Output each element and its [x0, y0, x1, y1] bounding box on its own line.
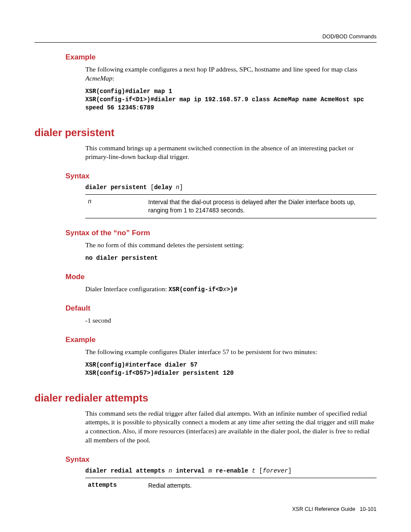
- mode-text: Dialer Interface configuration: XSR(conf…: [85, 285, 377, 294]
- example1-code: XSR(config)#dialer map 1 XSR(config-if<D…: [85, 87, 377, 112]
- cmd-heading-dialer-redial: dialer redialer attempts: [34, 392, 377, 404]
- bracket: ]: [288, 467, 292, 474]
- syntax-line-persistent: dialer persistent [delay n]: [85, 184, 377, 191]
- running-head: DOD/BOD Commands: [34, 34, 377, 43]
- mode-prompt: XSR(config-if<Dx>)#: [168, 286, 237, 293]
- cmd-heading-dialer-persistent: dialer persistent: [34, 127, 377, 139]
- arg-m: m: [209, 467, 212, 474]
- em-acmemap: AcmeMap: [85, 75, 112, 82]
- arg-t: t: [252, 467, 255, 474]
- param-name: attempts: [85, 482, 148, 488]
- text: The following example configures a next …: [85, 65, 357, 73]
- param-row: n Interval that the dial-out process is …: [85, 197, 377, 215]
- arg-forever: forever: [263, 467, 288, 474]
- arg-n: n: [168, 467, 172, 474]
- param-attempts: attempts: [88, 482, 117, 488]
- bracket: [: [150, 184, 154, 191]
- param-table-redial: attempts Redial attempts.: [85, 478, 377, 491]
- kw: dialer redial attempts: [85, 467, 168, 474]
- no-form-intro: The no form of this command deletes the …: [85, 241, 377, 250]
- text: :: [112, 75, 114, 82]
- example1-intro: The following example configures a next …: [85, 65, 377, 83]
- dialer-redial-desc: This command sets the redial trigger aft…: [85, 409, 377, 445]
- heading-syntax-2: Syntax: [65, 455, 377, 464]
- kw: dialer persistent: [85, 184, 150, 191]
- example2-code: XSR(config)#interface dialer 57 XSR(conf…: [85, 361, 377, 377]
- kw: delay: [154, 184, 176, 191]
- bracket: [: [255, 467, 263, 474]
- kw: interval: [172, 467, 209, 474]
- param-table-persistent: n Interval that the dial-out process is …: [85, 194, 377, 218]
- bracket: ]: [179, 184, 183, 191]
- syntax-line-redial: dialer redial attempts n interval m re-e…: [85, 467, 377, 474]
- heading-example-2: Example: [65, 336, 377, 344]
- param-name: n: [85, 198, 148, 205]
- heading-default: Default: [65, 304, 377, 313]
- heading-example-1: Example: [65, 53, 377, 62]
- text: form of this command deletes the persist…: [104, 241, 244, 249]
- dialer-persistent-desc: This command brings up a permanent switc…: [85, 144, 377, 162]
- default-text: -1 second: [85, 316, 377, 325]
- page-footer: XSR CLI Reference Guide 10-101: [34, 506, 377, 512]
- footer-title: XSR CLI Reference Guide: [292, 506, 355, 512]
- em-no: no: [97, 241, 104, 249]
- text: Dialer Interface configuration:: [85, 285, 168, 292]
- heading-no-form: Syntax of the “no” Form: [65, 229, 377, 237]
- text: The: [85, 241, 97, 249]
- page: DOD/BOD Commands Example The following e…: [0, 0, 411, 532]
- no-form-code: no dialer persistent: [85, 254, 377, 262]
- param-row: attempts Redial attempts.: [85, 481, 377, 491]
- kw: re-enable: [212, 467, 252, 474]
- example2-intro: The following example configures Dialer …: [85, 348, 377, 357]
- heading-mode: Mode: [65, 273, 377, 281]
- param-desc: Redial attempts.: [148, 482, 377, 490]
- footer-page: 10-101: [360, 506, 377, 512]
- param-desc: Interval that the dial-out process is de…: [148, 198, 377, 215]
- heading-syntax-1: Syntax: [65, 172, 377, 180]
- param-n: n: [88, 198, 91, 205]
